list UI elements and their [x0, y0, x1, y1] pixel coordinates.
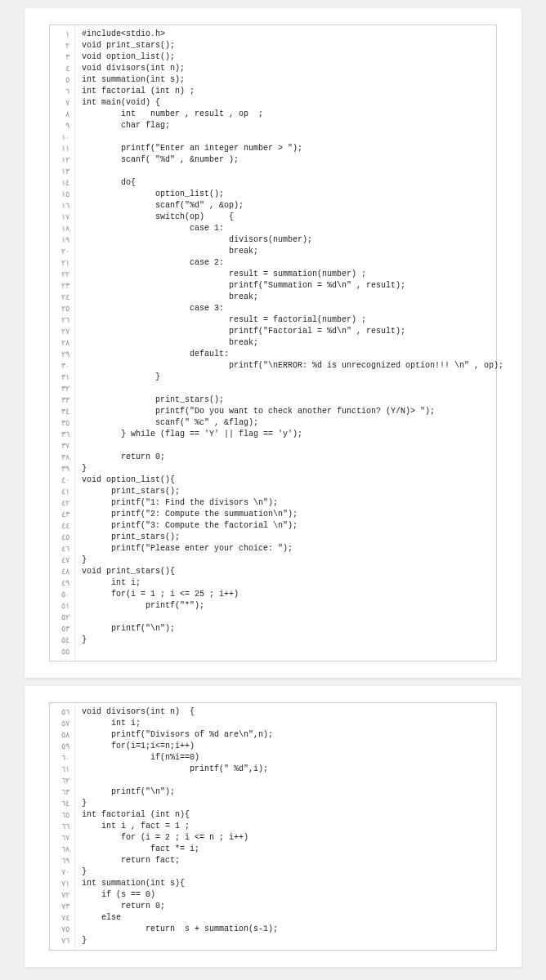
- code-block-2: ٥٦ ٥٧ ٥٨ ٥٩ ٦٠ ٦١ ٦٢ ٦٣ ٦٤ ٦٥ ٦٦ ٦٧ ٦٨ ٦…: [49, 702, 497, 951]
- line-numbers-2: ٥٦ ٥٧ ٥٨ ٥٩ ٦٠ ٦١ ٦٢ ٦٣ ٦٤ ٦٥ ٦٦ ٦٧ ٦٨ ٦…: [50, 703, 75, 950]
- code-content-2: void divisors(int n) { int i; printf("Di…: [75, 703, 496, 950]
- code-content-1: #include<stdio.h> void print_stars(); vo…: [75, 25, 510, 661]
- page-1: ١ ٢ ٣ ٤ ٥ ٦ ٧ ٨ ٩ ١٠ ١١ ١٢ ١٣ ١٤ ١٥ ١٦ ١…: [25, 8, 521, 678]
- page-2: ٥٦ ٥٧ ٥٨ ٥٩ ٦٠ ٦١ ٦٢ ٦٣ ٦٤ ٦٥ ٦٦ ٦٧ ٦٨ ٦…: [25, 686, 521, 967]
- line-numbers-1: ١ ٢ ٣ ٤ ٥ ٦ ٧ ٨ ٩ ١٠ ١١ ١٢ ١٣ ١٤ ١٥ ١٦ ١…: [50, 25, 75, 661]
- code-block-1: ١ ٢ ٣ ٤ ٥ ٦ ٧ ٨ ٩ ١٠ ١١ ١٢ ١٣ ١٤ ١٥ ١٦ ١…: [49, 24, 497, 662]
